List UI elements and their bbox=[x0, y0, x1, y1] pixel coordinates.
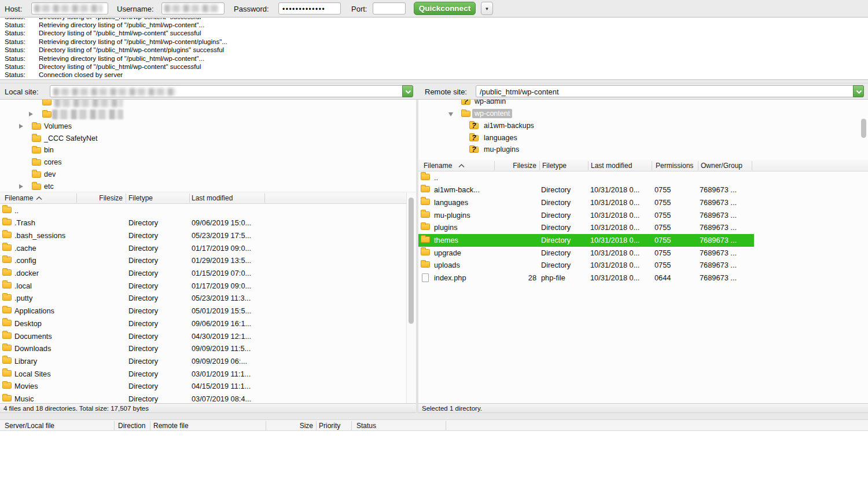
table-row[interactable]: Library Directory09/09/2019 06:... bbox=[0, 355, 416, 368]
table-row[interactable]: upgrade Directory10/31/2018 0... 0755768… bbox=[418, 247, 868, 260]
table-row[interactable]: languages Directory10/31/2018 0... 07557… bbox=[418, 196, 868, 209]
tree-row-volumes[interactable]: Volumes bbox=[0, 120, 416, 133]
password-value: ••••••••••••• bbox=[282, 5, 325, 13]
remote-tree-scrollbar-thumb[interactable] bbox=[861, 119, 866, 138]
column-divider[interactable] bbox=[126, 193, 126, 203]
column-header-remote-file[interactable]: Remote file bbox=[153, 422, 189, 430]
column-divider[interactable] bbox=[494, 161, 495, 170]
column-divider[interactable] bbox=[150, 421, 150, 430]
column-header-filename[interactable]: Filename bbox=[424, 162, 452, 170]
table-row[interactable]: .local Directory01/17/2019 09:0... bbox=[0, 280, 416, 293]
table-row[interactable]: ai1wm-back... Directory10/31/2018 0... 0… bbox=[418, 184, 868, 196]
table-row[interactable]: .config Directory01/29/2019 13:5... bbox=[0, 254, 416, 267]
column-header-filesize[interactable]: Filesize bbox=[78, 194, 123, 202]
table-row[interactable]: Desktop Directory09/06/2019 16:1... bbox=[0, 317, 416, 330]
remote-site-combo[interactable]: /public_html/wp-content bbox=[476, 85, 864, 97]
tree-row-selected[interactable] bbox=[0, 108, 416, 120]
table-row[interactable]: Movies Directory04/15/2019 11:1... bbox=[0, 380, 416, 393]
chevron-down-icon bbox=[856, 90, 862, 94]
host-input[interactable] bbox=[31, 2, 108, 14]
column-header-owner-group[interactable]: Owner/Group bbox=[701, 162, 742, 170]
tree-label-redacted-selected bbox=[52, 109, 123, 119]
password-input[interactable]: ••••••••••••• bbox=[278, 2, 341, 14]
column-divider[interactable] bbox=[76, 193, 77, 203]
port-input[interactable] bbox=[373, 2, 406, 14]
column-header-priority[interactable]: Priority bbox=[319, 422, 340, 430]
local-site-combo[interactable] bbox=[50, 85, 413, 97]
folder-icon bbox=[2, 232, 12, 238]
table-row-selected-themes[interactable]: themes Directory10/31/2018 0... 07557689… bbox=[418, 234, 868, 247]
local-status-bar: 4 files and 18 directories. Total size: … bbox=[0, 403, 416, 413]
column-divider[interactable] bbox=[189, 193, 190, 203]
column-divider[interactable] bbox=[316, 421, 317, 430]
table-row[interactable]: plugins Directory10/31/2018 0... 0755768… bbox=[418, 221, 868, 234]
column-divider[interactable] bbox=[698, 161, 698, 170]
column-header-status[interactable]: Status bbox=[356, 422, 376, 430]
column-header-filetype[interactable]: Filetype bbox=[128, 194, 153, 202]
column-header-filetype[interactable]: Filetype bbox=[542, 162, 567, 170]
tree-row-dev[interactable]: dev bbox=[0, 169, 416, 181]
table-row[interactable]: .docker Directory01/15/2019 07:0... bbox=[0, 267, 416, 280]
column-divider[interactable] bbox=[588, 161, 589, 170]
table-row[interactable]: Local Sites Directory03/01/2019 11:1... bbox=[0, 368, 416, 381]
table-row[interactable]: .. bbox=[0, 204, 416, 217]
queue-splitter[interactable] bbox=[0, 413, 868, 420]
column-divider[interactable] bbox=[264, 193, 265, 203]
tree-row-ai1wm-backups[interactable]: ai1wm-backups bbox=[418, 120, 868, 132]
column-header-last-modified[interactable]: Last modified bbox=[591, 162, 632, 170]
table-row[interactable]: index.php 28 php-file10/31/2018 0... 064… bbox=[418, 272, 868, 284]
column-header-last-modified[interactable]: Last modified bbox=[192, 194, 233, 202]
column-header-direction[interactable]: Direction bbox=[118, 422, 145, 430]
column-header-filename[interactable]: Filename bbox=[5, 194, 33, 202]
table-row[interactable]: mu-plugins Directory10/31/2018 0... 0755… bbox=[418, 209, 868, 222]
folder-icon bbox=[2, 382, 12, 389]
column-divider[interactable] bbox=[351, 421, 352, 430]
table-row[interactable]: Documents Directory04/30/2019 12:1... bbox=[0, 330, 416, 343]
log-line: Status:Directory listing of "/public_htm… bbox=[5, 46, 224, 54]
scrollbar-thumb[interactable] bbox=[409, 198, 414, 324]
tree-row-etc[interactable]: etc bbox=[0, 181, 416, 192]
tree-row-ccc-safetynet[interactable]: _CCC SafetyNet bbox=[0, 133, 416, 145]
tree-row-languages[interactable]: languages bbox=[418, 132, 868, 144]
expand-arrow-icon[interactable] bbox=[19, 184, 23, 189]
column-header-server-local-file[interactable]: Server/Local file bbox=[5, 422, 54, 430]
table-row[interactable]: .Trash Directory09/06/2019 15:0... bbox=[0, 217, 416, 229]
expand-arrow-icon[interactable] bbox=[19, 124, 23, 129]
quickconnect-button[interactable]: Quickconnect bbox=[414, 2, 476, 15]
tree-row-bin[interactable]: bin bbox=[0, 144, 416, 156]
remote-site-dropdown-button[interactable] bbox=[853, 85, 864, 97]
tree-row-wp-admin[interactable]: wp-admin bbox=[418, 100, 868, 108]
remote-list-header: Filename Filesize Filetype Last modified… bbox=[418, 160, 868, 171]
tree-row-mu-plugins[interactable]: mu-plugins bbox=[418, 144, 868, 156]
table-row[interactable]: Downloads Directory09/09/2019 11:5... bbox=[0, 342, 416, 355]
table-row[interactable]: .bash_sessions Directory05/23/2019 17:5.… bbox=[0, 229, 416, 242]
column-header-size[interactable]: Size bbox=[278, 422, 313, 430]
column-divider[interactable] bbox=[114, 421, 115, 430]
column-divider[interactable] bbox=[266, 421, 266, 430]
column-divider[interactable] bbox=[539, 161, 540, 170]
transfer-queue-list[interactable] bbox=[0, 431, 868, 486]
table-row[interactable]: .cache Directory01/17/2019 09:0... bbox=[0, 242, 416, 255]
tree-row-wp-content-selected[interactable]: wp-content bbox=[418, 108, 868, 120]
column-header-permissions[interactable]: Permissions bbox=[656, 162, 693, 170]
expand-arrow-icon[interactable] bbox=[29, 112, 33, 116]
table-row[interactable]: uploads Directory10/31/2018 0... 0755768… bbox=[418, 259, 868, 272]
username-input[interactable] bbox=[161, 2, 225, 14]
quickconnect-dropdown-button[interactable]: ▼ bbox=[481, 2, 493, 15]
log-line: Status:Directory listing of "/public_htm… bbox=[5, 63, 201, 71]
local-site-dropdown-button[interactable] bbox=[402, 85, 413, 97]
collapse-arrow-icon[interactable] bbox=[448, 112, 453, 116]
tree-row-cores[interactable]: cores bbox=[0, 156, 416, 169]
table-row[interactable]: .. bbox=[418, 171, 868, 184]
table-row[interactable]: Music Directory03/07/2019 08:4... bbox=[0, 393, 416, 403]
tree-row[interactable] bbox=[0, 100, 416, 108]
local-list-scrollbar[interactable] bbox=[406, 193, 416, 403]
table-row[interactable]: Applications Directory05/01/2019 15:5... bbox=[0, 305, 416, 317]
table-row[interactable]: .putty Directory05/23/2019 11:3... bbox=[0, 292, 416, 305]
column-divider[interactable] bbox=[446, 421, 446, 430]
password-label: Password: bbox=[234, 5, 269, 13]
column-divider[interactable] bbox=[752, 161, 752, 170]
remote-status-bar: Selected 1 directory. bbox=[418, 403, 868, 413]
column-divider[interactable] bbox=[652, 161, 652, 170]
column-header-filesize[interactable]: Filesize bbox=[496, 162, 536, 170]
